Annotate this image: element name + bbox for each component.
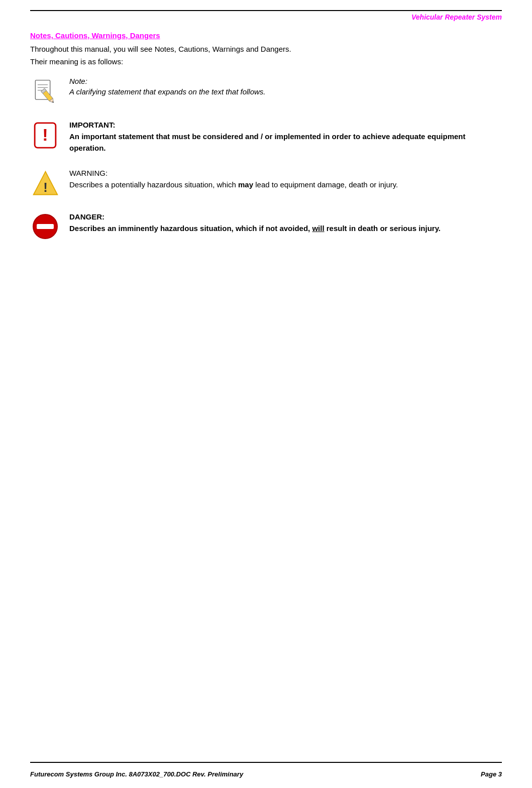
note-pencil-icon xyxy=(32,78,59,105)
footer: Futurecom Systems Group Inc. 8A073X02_70… xyxy=(30,770,502,778)
intro-line2: Their meaning is as follows: xyxy=(30,56,502,67)
notice-warning: ! WARNING: Describes a potentially hazar… xyxy=(30,169,502,197)
footer-left: Futurecom Systems Group Inc. 8A073X02_70… xyxy=(30,770,243,778)
notice-important: ! IMPORTANT: An important statement that… xyxy=(30,121,502,154)
warning-icon: ! xyxy=(30,170,60,197)
header-title: Vehicular Repeater System xyxy=(30,13,502,21)
note-content: Note: A clarifying statement that expand… xyxy=(69,77,502,97)
section-heading: Notes, Cautions, Warnings, Dangers xyxy=(30,31,502,40)
svg-text:!: ! xyxy=(42,125,48,144)
page-container: Vehicular Repeater System Notes, Caution… xyxy=(0,0,532,788)
danger-description: Describes an imminently hazardous situat… xyxy=(69,223,502,235)
header-border xyxy=(30,10,502,11)
warning-title: WARNING: xyxy=(69,169,502,177)
footer-border xyxy=(30,762,502,763)
heading-text: Notes, Cautions, Warnings, Dangers xyxy=(30,31,160,40)
notice-note: Note: A clarifying statement that expand… xyxy=(30,77,502,105)
warning-content: WARNING: Describes a potentially hazardo… xyxy=(69,169,502,191)
exclamation-box-icon: ! xyxy=(33,122,58,149)
important-title: IMPORTANT: xyxy=(69,121,502,129)
note-icon xyxy=(30,78,60,105)
important-icon: ! xyxy=(30,122,60,149)
notice-danger: DANGER: Describes an imminently hazardou… xyxy=(30,212,502,240)
danger-icon xyxy=(30,213,60,240)
danger-content: DANGER: Describes an imminently hazardou… xyxy=(69,212,502,235)
danger-title: DANGER: xyxy=(69,212,502,221)
svg-text:!: ! xyxy=(43,180,48,194)
warning-triangle-icon: ! xyxy=(32,170,59,197)
danger-will: will xyxy=(312,224,324,233)
warning-description: Describes a potentially hazardous situat… xyxy=(69,179,502,191)
intro-line1: Throughout this manual, you will see Not… xyxy=(30,44,502,54)
danger-circle-icon xyxy=(32,213,58,240)
warning-may: may xyxy=(238,180,253,189)
footer-right: Page 3 xyxy=(481,770,502,778)
note-title: Note: xyxy=(69,77,502,85)
notices-container: Note: A clarifying statement that expand… xyxy=(30,77,502,240)
svg-rect-13 xyxy=(37,224,54,229)
important-content: IMPORTANT: An important statement that m… xyxy=(69,121,502,154)
note-description: A clarifying statement that expands on t… xyxy=(69,86,502,97)
important-description: An important statement that must be cons… xyxy=(69,131,502,154)
